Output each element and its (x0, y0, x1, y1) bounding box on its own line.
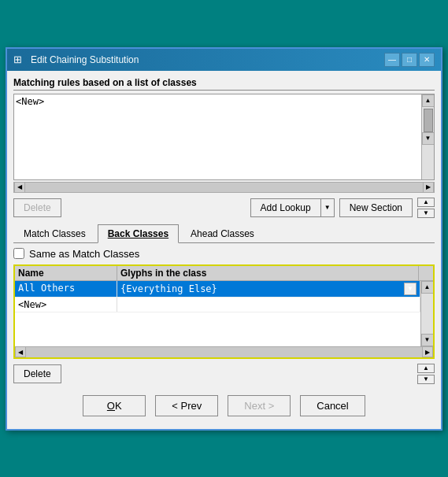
maximize-button[interactable]: □ (402, 53, 417, 67)
hscroll-right-btn[interactable]: ▶ (423, 182, 434, 193)
classes-scroll-down-btn[interactable]: ▼ (421, 334, 434, 346)
classes-up-btn[interactable]: ▲ (417, 364, 435, 373)
cell-glyphs-0[interactable]: {Everything Else} ▼ (117, 281, 420, 297)
rules-toolbar: Delete Add Lookup ▼ New Section ▲ ▼ (13, 198, 435, 218)
ok-label: OK (107, 400, 122, 412)
prev-button[interactable]: < Prev (155, 395, 218, 416)
window-title: Edit Chaining Substitution (31, 54, 139, 65)
tab-back-label: Back Classes (108, 228, 168, 239)
delete-button[interactable]: Delete (13, 198, 61, 217)
cell-glyphs-1[interactable] (117, 298, 420, 312)
same-as-match-checkbox[interactable] (13, 248, 24, 259)
tab-ahead-label: Ahead Classes (191, 228, 254, 239)
tab-match-label: Match Classes (24, 228, 86, 239)
tab-back-classes[interactable]: Back Classes (98, 224, 179, 243)
table-row[interactable]: <New> (15, 298, 420, 312)
classes-updown-buttons: ▲ ▼ (417, 364, 435, 384)
rules-list[interactable]: <New> (14, 94, 421, 179)
classes-hscroll-left-btn[interactable]: ◀ (15, 346, 26, 357)
scroll-thumb[interactable] (424, 109, 433, 132)
same-as-match-row: Same as Match Classes (13, 248, 435, 260)
cell-name-0[interactable]: All Others (15, 281, 117, 297)
rules-list-vscroll[interactable]: ▲ ▼ (421, 94, 434, 179)
matching-section-label: Matching rules based on a list of classe… (13, 77, 435, 91)
classes-hscroll-right-btn[interactable]: ▶ (422, 346, 433, 357)
tab-match-classes[interactable]: Match Classes (13, 224, 96, 242)
add-lookup-group: Add Lookup ▼ (250, 198, 335, 217)
classes-toolbar: Delete ▲ ▼ (13, 364, 435, 384)
next-label: Next > (244, 400, 274, 412)
classes-table: Name Glyphs in the class All Others {Eve… (13, 264, 435, 359)
ok-button[interactable]: OK (83, 395, 146, 416)
rules-up-btn[interactable]: ▲ (417, 198, 435, 207)
next-button[interactable]: Next > (228, 395, 291, 416)
minimize-button[interactable]: — (384, 53, 400, 67)
classes-delete-button[interactable]: Delete (13, 364, 61, 383)
window-icon: ⊞ (13, 54, 26, 66)
classes-table-rows[interactable]: All Others {Everything Else} ▼ <New> (15, 281, 420, 346)
scroll-up-btn[interactable]: ▲ (422, 94, 435, 107)
cell-dropdown-btn-0[interactable]: ▼ (404, 283, 417, 295)
dialog-content: Matching rules based on a list of classe… (7, 71, 441, 429)
table-row[interactable]: All Others {Everything Else} ▼ (15, 281, 420, 298)
rules-down-btn[interactable]: ▼ (417, 209, 435, 218)
cell-glyphs-0-text: {Everything Else} (120, 283, 217, 294)
hscroll-track[interactable] (25, 183, 423, 192)
classes-table-hscroll[interactable]: ◀ ▶ (15, 346, 433, 357)
tabs-row: Match Classes Back Classes Ahead Classes (13, 224, 435, 243)
classes-scroll-up-btn[interactable]: ▲ (421, 281, 434, 294)
rules-updown-buttons: ▲ ▼ (417, 198, 435, 218)
cancel-label: Cancel (317, 400, 348, 412)
hscroll-left-btn[interactable]: ◀ (14, 182, 25, 193)
close-button[interactable]: ✕ (419, 53, 435, 67)
col-name-header: Name (15, 266, 117, 280)
same-as-match-label: Same as Match Classes (29, 248, 139, 260)
add-lookup-dropdown-btn[interactable]: ▼ (320, 198, 335, 217)
col-glyphs-header: Glyphs in the class (117, 266, 419, 280)
main-window: ⊞ Edit Chaining Substitution — □ ✕ Match… (6, 47, 442, 431)
new-section-button[interactable]: New Section (339, 198, 413, 217)
rules-list-container: <New> ▲ ▼ (13, 94, 435, 180)
classes-down-btn[interactable]: ▼ (417, 375, 435, 384)
titlebar-controls: — □ ✕ (384, 53, 435, 67)
list-item[interactable]: <New> (16, 96, 420, 107)
tab-ahead-classes[interactable]: Ahead Classes (180, 224, 265, 242)
footer-buttons: OK < Prev Next > Cancel (13, 395, 435, 416)
titlebar: ⊞ Edit Chaining Substitution — □ ✕ (7, 49, 441, 71)
classes-hscroll-track[interactable] (26, 347, 422, 357)
classes-table-body: All Others {Everything Else} ▼ <New> ▲ (15, 281, 433, 346)
rules-list-hscroll[interactable]: ◀ ▶ (13, 182, 435, 193)
prev-label: < Prev (172, 400, 202, 412)
cell-name-1[interactable]: <New> (15, 298, 117, 312)
scroll-down-btn[interactable]: ▼ (422, 132, 435, 145)
classes-table-header: Name Glyphs in the class (15, 266, 433, 281)
add-lookup-button[interactable]: Add Lookup (250, 198, 320, 217)
cancel-button[interactable]: Cancel (300, 395, 365, 416)
titlebar-left: ⊞ Edit Chaining Substitution (13, 54, 139, 66)
classes-table-vscroll[interactable]: ▲ ▼ (420, 281, 433, 346)
